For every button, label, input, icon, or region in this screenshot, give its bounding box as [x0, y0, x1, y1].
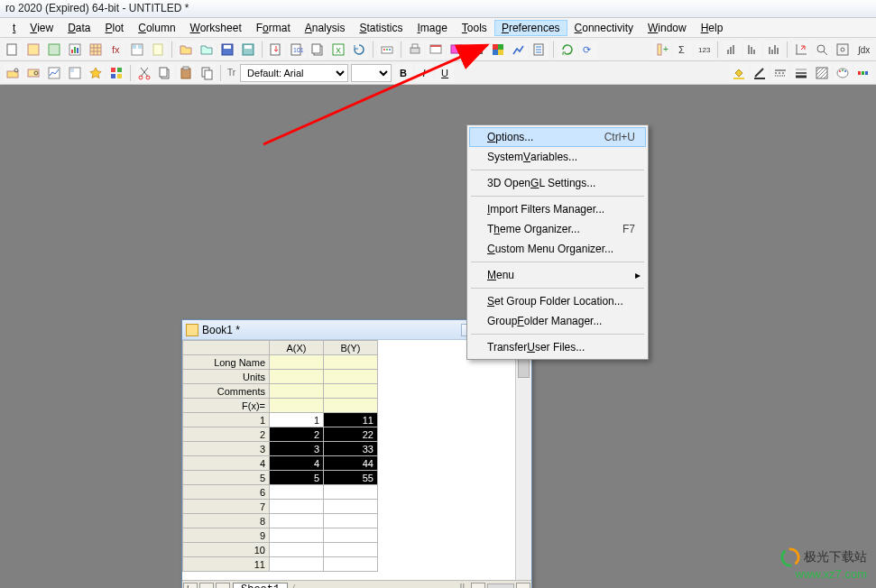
tab-nav-next[interactable]: ▸: [216, 583, 230, 589]
row-header[interactable]: 4: [183, 456, 270, 471]
row-header[interactable]: 5: [183, 471, 270, 485]
copy-icon[interactable]: [156, 64, 174, 82]
graph-list-icon[interactable]: [66, 64, 84, 82]
video-icon[interactable]: [468, 41, 486, 59]
import-multi-icon[interactable]: [309, 41, 327, 59]
col-xy-icon[interactable]: 123: [695, 41, 713, 59]
cell[interactable]: [270, 514, 324, 528]
menuitem-options[interactable]: Options...Ctrl+U: [469, 127, 646, 147]
find-icon[interactable]: [24, 64, 42, 82]
menu-worksheet[interactable]: Worksheet: [183, 20, 249, 36]
worksheet-grid[interactable]: A(X)B(Y)Long NameUnitsCommentsF(x)=11112…: [182, 340, 515, 580]
batch-icon[interactable]: [378, 41, 396, 59]
font-select[interactable]: Default: Arial: [240, 64, 348, 82]
menu-data[interactable]: Data: [60, 20, 97, 36]
import-single-icon[interactable]: 101: [288, 41, 306, 59]
stats-icon[interactable]: Σ: [674, 41, 692, 59]
cut-icon[interactable]: [135, 64, 153, 82]
row-header[interactable]: 1: [183, 413, 270, 427]
chart-col3-icon[interactable]: [764, 41, 782, 59]
bold-button[interactable]: B: [394, 64, 412, 82]
menu-window[interactable]: Window: [641, 20, 694, 36]
cell[interactable]: [324, 528, 378, 543]
reimport-icon[interactable]: [350, 41, 368, 59]
linecolor-icon[interactable]: [751, 64, 769, 82]
new-excel-icon[interactable]: [45, 41, 63, 59]
cell[interactable]: [324, 485, 378, 500]
menuitem-set-group-folder-location[interactable]: Set Group Folder Location...: [469, 291, 646, 311]
open-template-icon[interactable]: [198, 41, 216, 59]
hscroll-left[interactable]: ◂: [471, 583, 485, 589]
menu-view[interactable]: View: [23, 20, 60, 36]
underline-button[interactable]: U: [436, 64, 454, 82]
row-header[interactable]: Units: [183, 370, 270, 384]
menuitem-group-folder-manager[interactable]: Group Folder Manager...: [469, 311, 646, 331]
row-header[interactable]: 8: [183, 514, 270, 528]
cell[interactable]: [270, 557, 324, 572]
tab-nav-prev[interactable]: ◂: [199, 583, 214, 589]
fillcolor-icon[interactable]: [730, 64, 748, 82]
digitize-icon[interactable]: [510, 41, 528, 59]
zoom-icon[interactable]: [813, 41, 831, 59]
math-icon[interactable]: ∫dx: [854, 41, 872, 59]
cell[interactable]: 44: [324, 456, 378, 471]
menu-image[interactable]: Image: [410, 20, 454, 36]
cell[interactable]: [324, 543, 378, 557]
row-header[interactable]: Long Name: [183, 355, 270, 370]
menuitem-import-filters-manager[interactable]: Import Filters Manager...: [469, 199, 646, 219]
chart-col1-icon[interactable]: [723, 41, 741, 59]
refresh-icon[interactable]: [558, 41, 576, 59]
new-matrix-icon[interactable]: [87, 41, 105, 59]
new-workbook-icon[interactable]: [24, 41, 42, 59]
chart-col2-icon[interactable]: [743, 41, 761, 59]
menu-column[interactable]: Column: [131, 20, 182, 36]
cell[interactable]: 33: [324, 442, 378, 456]
favorites-icon[interactable]: [87, 64, 105, 82]
cell[interactable]: [270, 543, 324, 557]
menu-analysis[interactable]: Analysis: [298, 20, 353, 36]
print-icon[interactable]: [406, 41, 424, 59]
rescale-icon[interactable]: [792, 41, 810, 59]
graph-full-icon[interactable]: [45, 64, 63, 82]
cell[interactable]: [270, 485, 324, 500]
menu-connectivity[interactable]: Connectivity: [567, 20, 641, 36]
apps-icon[interactable]: [107, 64, 125, 82]
cell[interactable]: [270, 528, 324, 543]
duplicate-icon[interactable]: [530, 41, 549, 59]
row-header[interactable]: 2: [183, 427, 270, 442]
cell[interactable]: 5: [270, 471, 324, 485]
cell[interactable]: 55: [324, 471, 378, 485]
palette-icon[interactable]: [834, 64, 852, 82]
sheet-tab[interactable]: Sheet1: [233, 583, 288, 588]
row-header[interactable]: 7: [183, 500, 270, 514]
import-excel-icon[interactable]: X: [329, 41, 347, 59]
cell[interactable]: 11: [324, 413, 378, 427]
menuitem-system-variables[interactable]: System Variables...: [469, 147, 646, 167]
palette2-icon[interactable]: [854, 64, 872, 82]
cell[interactable]: 3: [270, 442, 324, 456]
open-icon[interactable]: [177, 41, 195, 59]
cell[interactable]: [324, 557, 378, 572]
menu-help[interactable]: Help: [694, 20, 731, 36]
new-notes-icon[interactable]: [149, 41, 167, 59]
save-icon[interactable]: [218, 41, 236, 59]
import-wizard-icon[interactable]: [267, 41, 285, 59]
column-header[interactable]: A(X): [270, 341, 324, 355]
row-header[interactable]: 9: [183, 528, 270, 543]
cell[interactable]: [324, 500, 378, 514]
cell[interactable]: [270, 500, 324, 514]
menuitem-theme-organizer[interactable]: Theme Organizer...F7: [469, 219, 646, 239]
zoom-all-icon[interactable]: [834, 41, 852, 59]
tab-nav-first[interactable]: |◂: [183, 583, 198, 589]
vertical-scrollbar[interactable]: [515, 340, 531, 580]
new-color-icon[interactable]: [489, 41, 507, 59]
row-header[interactable]: 6: [183, 485, 270, 500]
menuitem-d-opengl-settings[interactable]: 3D OpenGL Settings...: [469, 173, 646, 193]
slide-icon[interactable]: [427, 41, 445, 59]
recalc-icon[interactable]: ⟳: [579, 41, 597, 59]
new-layout-icon[interactable]: [128, 41, 146, 59]
italic-button[interactable]: I: [415, 64, 433, 82]
hscroll-right[interactable]: ▸: [516, 583, 530, 589]
cell[interactable]: 2: [270, 427, 324, 442]
new-project-icon[interactable]: [4, 41, 22, 59]
